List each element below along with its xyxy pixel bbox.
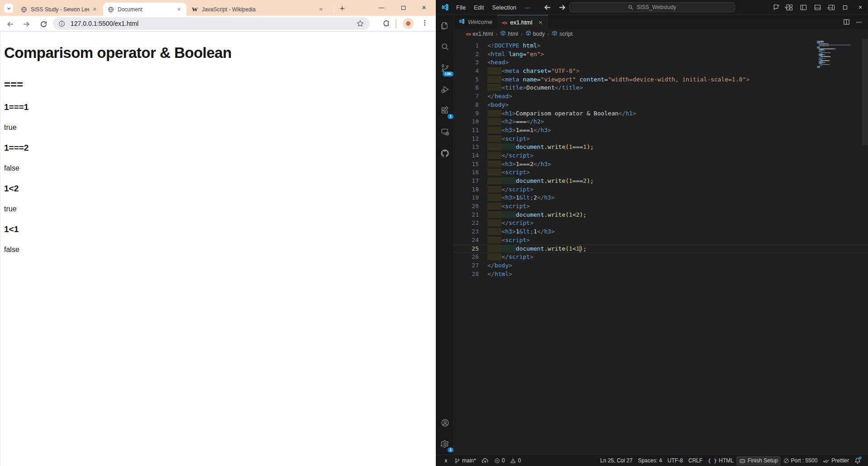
forward-button[interactable] [22, 19, 31, 29]
code-text: <!DOCTYPE html> [479, 42, 540, 50]
line-number: 23 [454, 228, 479, 236]
activity-item-run-debug[interactable] [436, 79, 454, 100]
new-tab-button[interactable]: + [337, 3, 348, 14]
tab-close-icon[interactable] [317, 5, 325, 13]
line-number: 15 [454, 160, 479, 169]
status-bar: main*00 Ln 25, Col 27Spaces: 4UTF-8CRLF{… [436, 455, 868, 466]
symbol-element-icon [500, 30, 506, 38]
status-item-ln-25-col-27[interactable]: Ln 25, Col 27 [597, 456, 635, 466]
copilot-chat-icon[interactable] [773, 4, 780, 11]
activity-item-settings[interactable]: 1 [436, 433, 454, 455]
profile-avatar[interactable] [403, 18, 414, 29]
status-item-finish-setup[interactable]: Finish Setup [736, 456, 781, 466]
line-number: 2 [454, 50, 479, 59]
line-number: 24 [454, 236, 479, 245]
menu-item-file[interactable]: File [452, 4, 470, 11]
status-item-html[interactable]: { }HTML [705, 456, 736, 466]
reload-button[interactable] [39, 19, 48, 29]
code-editor[interactable]: 1<!DOCTYPE html>2<html lang="en">3<head>… [454, 39, 868, 455]
code-text: <meta charset="UTF-8"> [479, 67, 580, 76]
status-item-main-[interactable]: main* [452, 456, 479, 466]
minimap[interactable] [817, 41, 862, 100]
split-editor-icon[interactable] [843, 19, 850, 25]
extensions-icon [440, 106, 450, 115]
activity-item-source-control[interactable]: 10K [436, 57, 454, 79]
vscode-maximize-button[interactable] [837, 0, 853, 14]
nav-forward-icon[interactable] [558, 3, 567, 12]
browser-tab[interactable]: SISS Study - Sewon Lee [16, 3, 102, 16]
back-button[interactable] [5, 19, 14, 29]
code-text: <head> [479, 58, 509, 67]
activity-item-accounts[interactable] [436, 412, 454, 433]
breadcrumb-item[interactable]: <>ex1.html [466, 31, 493, 37]
code-line: 16 <script> [454, 168, 868, 177]
site-info-icon[interactable] [58, 20, 65, 27]
code-line: 9 <h1>Comparisom operator & Boolean</h1> [454, 109, 868, 118]
editor-more-actions-icon[interactable]: ··· [856, 19, 862, 25]
code-line: 6 <title>Document</title> [454, 84, 868, 92]
bookmark-star-icon[interactable] [356, 19, 364, 28]
browser-menu-icon[interactable] [421, 19, 428, 26]
breadcrumb-item[interactable]: script [552, 30, 572, 38]
line-number: 8 [454, 101, 479, 109]
extensions-puzzle-icon[interactable] [382, 19, 391, 28]
browser-window: SISS Study - Sewon LeeDocumentWJavaScrip… [0, 0, 436, 466]
browser-tab[interactable]: WJavaScript - Wikipedia [187, 3, 329, 16]
maximize-icon [843, 5, 847, 10]
menu-item-edit[interactable]: Edit [470, 4, 488, 11]
activity-item-github[interactable] [436, 143, 454, 164]
vscode-close-button[interactable]: ✕ [853, 0, 868, 14]
address-bar[interactable]: 127.0.0.1:5500/ex1.html [53, 17, 370, 30]
status-item-spaces-4[interactable]: Spaces: 4 [635, 456, 665, 466]
code-text: <h3>1&lt;1</h3> [479, 228, 555, 236]
status-item-cloud-upload[interactable] [479, 456, 491, 466]
tab-close-icon[interactable] [91, 5, 99, 13]
status-item-prettier[interactable]: Prettier [820, 456, 852, 466]
status-item-0[interactable]: 0 [507, 456, 524, 466]
robot-icon [739, 457, 746, 464]
activity-item-explorer[interactable] [436, 15, 454, 36]
browser-close-button[interactable]: ✕ [417, 0, 431, 15]
breadcrumb-item[interactable]: body [525, 30, 545, 38]
editor-tab[interactable]: Welcome [454, 15, 497, 29]
status-item-bell[interactable] [852, 456, 863, 466]
toggle-panel-icon[interactable] [814, 4, 821, 11]
menu-item-selection[interactable]: Selection [488, 4, 520, 11]
code-line: 13 document.write(1===1); [454, 143, 868, 152]
tab-search-button[interactable] [4, 4, 13, 13]
status-item-remote[interactable] [440, 456, 452, 466]
notification-dot [859, 456, 862, 459]
browser-minimize-button[interactable]: — [375, 0, 388, 15]
double-check-icon [823, 457, 830, 464]
command-center[interactable]: SISS_Webstudy [569, 2, 735, 12]
activity-item-search[interactable] [436, 36, 454, 57]
status-item-0[interactable]: 0 [491, 456, 508, 466]
vscode-minimize-button[interactable]: — [822, 0, 837, 14]
editor-scrollbar[interactable] [862, 39, 868, 145]
code-line: 24 <script> [454, 236, 868, 245]
status-item-crlf[interactable]: CRLF [686, 456, 705, 466]
browser-maximize-button[interactable] [396, 0, 410, 15]
toggle-sidebar-icon[interactable] [800, 4, 807, 11]
status-item-port-5500[interactable]: Port : 5500 [781, 456, 820, 466]
breadcrumb-label: html [508, 31, 518, 37]
url-text[interactable]: 127.0.0.1:5500/ex1.html [71, 20, 356, 27]
status-label: Finish Setup [748, 457, 778, 464]
browser-tab[interactable]: Document [103, 3, 186, 16]
code-line: 11 <h3>1===1</h3> [454, 126, 868, 135]
status-label: HTML [719, 457, 734, 464]
editor-tab[interactable]: <>ex1.html [497, 15, 548, 29]
explorer-icon [440, 21, 450, 31]
status-item-utf-8[interactable]: UTF-8 [665, 456, 686, 466]
menu-item-[interactable]: ··· [520, 4, 534, 11]
customize-layout-icon[interactable] [786, 4, 793, 11]
activity-item-remote-explorer[interactable] [436, 121, 454, 143]
tab-close-icon[interactable] [538, 20, 543, 25]
line-number: 4 [454, 67, 479, 76]
breadcrumb-separator: › [520, 31, 524, 37]
activity-item-extensions[interactable]: 1 [436, 100, 454, 121]
breadcrumb-item[interactable]: html [500, 30, 518, 38]
tab-favicon-wikipedia-w: W [191, 6, 198, 13]
nav-back-icon[interactable] [543, 3, 552, 12]
tab-close-icon[interactable] [175, 5, 183, 13]
